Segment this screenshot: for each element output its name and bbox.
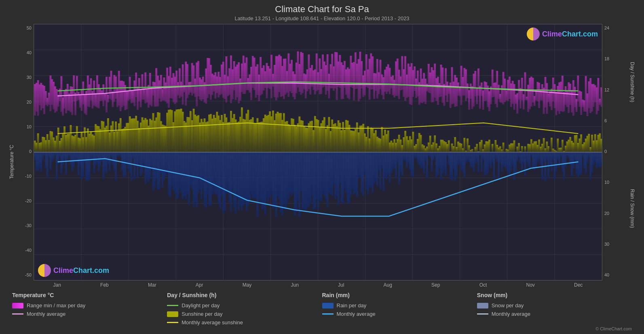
logo-clime: Clime — [542, 30, 562, 38]
legend-col-rain: Rain (mm) Rain per day Monthly average — [322, 292, 477, 325]
legend-label-rain-avg: Monthly average — [337, 311, 376, 317]
y-tick-r-6: 6 — [604, 118, 629, 123]
legend-line-temp-avg — [12, 313, 23, 315]
logo-icon — [527, 28, 540, 40]
legend-item-sunshine-avg: Monthly average sunshine — [167, 319, 322, 325]
y-tick-n30: -30 — [15, 223, 32, 228]
logo-text: ClimeChart.com — [542, 30, 598, 38]
y-tick-20: 20 — [15, 100, 32, 104]
legend-col-temp: Temperature °C Range min / max per day M… — [12, 292, 167, 325]
y-tick-n50: -50 — [15, 272, 32, 277]
x-label-oct: Oct — [479, 282, 487, 288]
chart-canvas: ClimeChart.com ClimeChart.com — [34, 24, 602, 281]
legend-label-snow-avg: Monthly average — [492, 311, 530, 317]
legend-line-snow-avg — [477, 313, 488, 315]
y-tick-r-18: 18 — [604, 56, 629, 61]
legend-label-sunshine-avg: Monthly average sunshine — [182, 319, 243, 325]
y-tick-r-12: 12 — [604, 87, 629, 92]
x-label-jun: Jun — [291, 282, 299, 288]
legend-item-rain-avg: Monthly average — [322, 311, 477, 317]
y-tick-r-20: 20 — [604, 211, 629, 216]
x-label-mar: Mar — [148, 282, 156, 288]
x-label-feb: Feb — [100, 282, 109, 288]
legend-label-snow-day: Snow per day — [492, 302, 524, 308]
legend-item-temp-avg: Monthly average — [12, 311, 167, 317]
x-label-jan: Jan — [53, 282, 61, 288]
legend-col-sunshine: Day / Sunshine (h) Daylight per day Suns… — [167, 292, 322, 325]
legend-item-snow-day: Snow per day — [477, 302, 632, 308]
logo-chart-2: Chart — [73, 266, 92, 274]
y-tick-50: 50 — [15, 26, 32, 30]
logo-dot: .com — [581, 30, 598, 38]
legend-title-snow: Snow (mm) — [477, 292, 632, 298]
watermark-top-right: ClimeChart.com — [527, 28, 598, 40]
legend-item-temp-range: Range min / max per day — [12, 302, 167, 308]
logo-icon-2 — [38, 264, 51, 277]
y-tick-r-40: 40 — [604, 272, 629, 277]
y-tick-30: 30 — [15, 75, 32, 80]
y-tick-40: 40 — [15, 50, 32, 55]
y-tick-r-10: 10 — [604, 180, 629, 185]
legend-title-rain: Rain (mm) — [322, 292, 477, 298]
legend-col-snow: Snow (mm) Snow per day Monthly average — [477, 292, 632, 325]
legend-line-sunshine-avg — [167, 322, 178, 323]
x-axis: Jan Feb Mar Apr May Jun Jul Aug Sep Oct … — [34, 281, 602, 289]
y-tick-0: 0 — [15, 149, 32, 154]
legend-label-sunshine: Sunshine per day — [182, 311, 222, 317]
legend-label-rain-day: Rain per day — [337, 302, 367, 308]
legend-area: Temperature °C Range min / max per day M… — [8, 289, 636, 326]
y-tick-n10: -10 — [15, 174, 32, 179]
y-axis-left-title: Temperature °C — [8, 24, 15, 289]
x-label-apr: Apr — [196, 282, 203, 288]
legend-line-rain-avg — [322, 313, 334, 315]
chart-subtitle: Latitude 13.251 - Longitude 108.641 - El… — [8, 15, 636, 21]
legend-line-daylight — [167, 305, 178, 306]
logo-chart: Chart — [562, 30, 581, 38]
logo-dot-2: .com — [92, 266, 109, 274]
y-tick-n20: -20 — [15, 198, 32, 203]
y-tick-r-24: 24 — [604, 26, 629, 30]
x-label-sep: Sep — [431, 282, 440, 288]
legend-title-temp: Temperature °C — [12, 292, 167, 298]
y-tick-n40: -40 — [15, 248, 32, 253]
legend-item-snow-avg: Monthly average — [477, 311, 632, 317]
logo-text-2: ClimeChart.com — [53, 266, 109, 275]
copyright: © ClimeChart.com — [8, 326, 636, 332]
legend-swatch-snow-day — [477, 303, 488, 308]
legend-item-rain-day: Rain per day — [322, 302, 477, 308]
legend-label-temp-avg: Monthly average — [27, 311, 65, 317]
y-tick-r-30: 30 — [604, 242, 629, 247]
legend-item-daylight: Daylight per day — [167, 302, 322, 308]
y-tick-10: 10 — [15, 124, 32, 129]
y-axis-right: 24 18 12 6 0 10 20 30 40 — [602, 24, 629, 289]
y-tick-r-0: 0 — [604, 149, 629, 154]
legend-title-sunshine: Day / Sunshine (h) — [167, 292, 322, 298]
y-axis-right-title1: Day / Sunshine (h) — [629, 62, 636, 113]
legend-swatch-temp-range — [12, 303, 23, 308]
logo-clime-2: Clime — [53, 266, 73, 274]
chart-main: ClimeChart.com ClimeChart.com Jan Feb Ma… — [34, 24, 602, 289]
legend-swatch-sunshine — [167, 311, 178, 317]
legend-label-temp-range: Range min / max per day — [27, 302, 85, 308]
legend-item-sunshine: Sunshine per day — [167, 311, 322, 317]
legend-label-daylight: Daylight per day — [182, 302, 220, 308]
legend-swatch-rain-day — [322, 303, 334, 308]
x-label-dec: Dec — [574, 282, 583, 288]
watermark-bottom-left: ClimeChart.com — [38, 264, 109, 277]
x-label-aug: Aug — [384, 282, 392, 288]
x-label-jul: Jul — [338, 282, 344, 288]
x-label-nov: Nov — [526, 282, 534, 288]
y-axis-right-title2: Rain / Snow (mm) — [629, 189, 636, 239]
y-axis-left: 50 40 30 20 10 0 -10 -20 -30 -40 -50 — [15, 24, 34, 289]
chart-title: Climate Chart for Sa Pa — [8, 4, 636, 15]
x-label-may: May — [243, 282, 252, 288]
